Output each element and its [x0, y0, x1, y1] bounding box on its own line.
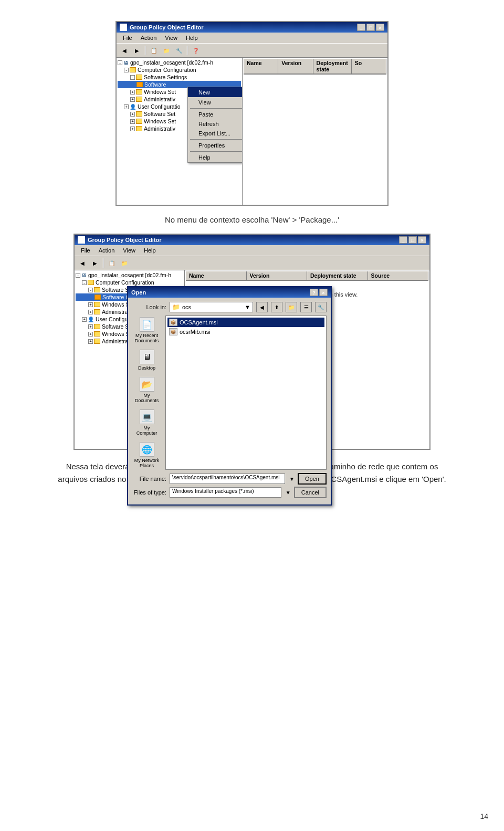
col-deploy-1: Deployment state — [313, 59, 352, 73]
context-export[interactable]: Export List... — [188, 129, 243, 138]
dialog-view-btn[interactable]: ☰ — [300, 302, 312, 312]
menu-help-2[interactable]: Help — [140, 246, 160, 255]
expand2-root[interactable]: - — [76, 273, 80, 278]
expand2-adm1[interactable]: + — [88, 310, 93, 314]
content-header-1: Name Version Deployment state So — [244, 59, 386, 75]
window-title-1: Group Policy Object Editor — [130, 24, 204, 30]
menu-view-1[interactable]: View — [161, 34, 182, 42]
expand2-sw[interactable]: - — [88, 288, 93, 292]
maximize-btn-1[interactable]: □ — [366, 24, 375, 31]
close-btn-1[interactable]: × — [376, 24, 384, 31]
menu-help-1[interactable]: Help — [182, 34, 202, 42]
dialog-tools-btn[interactable]: 🔧 — [315, 302, 327, 312]
back-btn-2[interactable]: ◀ — [77, 258, 88, 268]
titlebar-controls-2: _ □ × — [399, 236, 426, 244]
window-titlebar-2: 🖥 Group Policy Object Editor _ □ × — [75, 235, 429, 245]
left-documents[interactable]: 📂 My Documents — [132, 375, 161, 405]
forward-btn[interactable]: ▶ — [131, 45, 143, 56]
paste-btn[interactable]: 📁 — [161, 45, 172, 56]
expand-cc[interactable]: - — [124, 68, 129, 72]
properties-btn[interactable]: 🔧 — [173, 45, 185, 56]
menu-view-2[interactable]: View — [119, 246, 140, 255]
annotation-1: No menu de contexto escolha 'New' > 'Pac… — [42, 215, 462, 224]
expand-sw2[interactable]: + — [130, 112, 135, 117]
close-btn-2[interactable]: × — [418, 236, 426, 244]
context-help[interactable]: Help — [188, 153, 243, 162]
back-btn[interactable]: ◀ — [119, 45, 130, 56]
paste-btn-2[interactable]: 📁 — [119, 258, 130, 268]
tree-sw-settings[interactable]: - Software Settings — [118, 73, 241, 81]
context-new[interactable]: New ▶ — [188, 87, 243, 97]
left-computer[interactable]: 💻 My Computer — [132, 408, 161, 437]
expand-ws1[interactable]: + — [130, 90, 135, 94]
window-title-2: Group Policy Object Editor — [88, 237, 162, 243]
forward-btn-2[interactable]: ▶ — [89, 258, 101, 268]
left-network[interactable]: 🌐 My Network Places — [132, 440, 161, 470]
copy-btn-2[interactable]: 📋 — [106, 258, 118, 268]
expand2-ws1[interactable]: + — [88, 302, 93, 307]
dialog-close-btn[interactable]: × — [319, 289, 328, 296]
files-of-type-input[interactable]: Windows Installer packages (*.msi) — [170, 487, 281, 498]
expand2-cc[interactable]: - — [82, 280, 87, 285]
context-refresh[interactable]: Refresh — [188, 119, 243, 129]
cancel-button[interactable]: Cancel — [294, 487, 327, 498]
expand-root[interactable]: - — [118, 60, 122, 65]
menu-bar-1: File Action View Help — [117, 33, 387, 44]
minimize-btn-2[interactable]: _ — [399, 236, 407, 244]
expand-ws2[interactable]: + — [130, 119, 135, 124]
context-paste[interactable]: Paste — [188, 110, 243, 119]
menu-action-1[interactable]: Action — [136, 34, 161, 42]
expand2-sw2[interactable]: + — [88, 324, 93, 329]
tree-pane-1: - 🖥 gpo_instalar_ocsagent [dc02.fm-h - C… — [117, 58, 243, 205]
file-item-ocsagent[interactable]: 📦 OCSAgent.msi — [167, 318, 324, 327]
tree-computer-config[interactable]: - Computer Configuration — [118, 66, 241, 73]
dialog-content: Look in: 📁 ocs ▼ ◀ ⬆ 📁 ☰ 🔧 — [128, 298, 331, 504]
computer-icon-2: 💻 — [140, 409, 154, 424]
recent-label: My Recent Documents — [134, 333, 160, 343]
dialog-question-btn[interactable]: ? — [310, 289, 318, 296]
tree-sw2-label: Software Set — [144, 111, 175, 117]
screenshot1-window: 🖥 Group Policy Object Editor _ □ × File … — [116, 21, 388, 206]
tree2-cc[interactable]: - Computer Configuration — [76, 279, 183, 286]
menu-file-2[interactable]: File — [77, 246, 94, 255]
context-export-label: Export List... — [198, 130, 230, 136]
expand-adm1[interactable]: + — [130, 97, 135, 102]
dialog-back-btn[interactable]: ◀ — [256, 302, 268, 312]
folder-icon-swi — [136, 82, 143, 87]
folder2-ws1 — [94, 302, 100, 307]
dialog-up-btn[interactable]: ⬆ — [271, 302, 282, 312]
network-icon: 🌐 — [140, 442, 154, 457]
folder2-adm1 — [94, 309, 100, 314]
file-icon-2: 📦 — [169, 328, 177, 335]
screenshot2-window: 🖥 Group Policy Object Editor _ □ × File … — [74, 234, 430, 450]
left-desktop[interactable]: 🖥 Desktop — [132, 348, 161, 372]
expand-sw[interactable]: - — [130, 75, 135, 80]
context-refresh-label: Refresh — [198, 121, 219, 127]
expand-uc[interactable]: + — [124, 104, 129, 109]
context-sep-2 — [190, 139, 243, 140]
maximize-btn-2[interactable]: □ — [408, 236, 417, 244]
left-recent[interactable]: 📄 My Recent Documents — [132, 315, 161, 345]
context-help-label: Help — [198, 154, 211, 161]
file-item-ocsrmib[interactable]: 📦 ocsrMib.msi — [167, 327, 324, 336]
dialog-new-folder-btn[interactable]: 📁 — [286, 302, 297, 312]
file-icon-1: 📦 — [169, 319, 177, 326]
tree-cc-label: Computer Configuration — [138, 67, 196, 73]
context-view[interactable]: View ▶ — [188, 97, 243, 107]
file-name-input[interactable]: \servidor\ocspartilhamento\ocs\OCSAgent.… — [170, 474, 285, 484]
minimize-btn-1[interactable]: _ — [357, 24, 365, 31]
expand2-uc[interactable]: + — [82, 317, 87, 322]
tree2-root[interactable]: - 🖥 gpo_instalar_ocsagent [dc02.fm-h — [76, 271, 183, 279]
expand2-adm2[interactable]: + — [88, 339, 93, 344]
help-btn[interactable]: ❓ — [190, 45, 202, 56]
tree-root[interactable]: - 🖥 gpo_instalar_ocsagent [dc02.fm-h — [118, 59, 241, 66]
expand-adm2[interactable]: + — [130, 127, 135, 131]
copy-btn[interactable]: 📋 — [148, 45, 160, 56]
look-in-input[interactable]: 📁 ocs ▼ — [170, 302, 253, 312]
menu-action-2[interactable]: Action — [94, 246, 119, 255]
expand2-ws2[interactable]: + — [88, 332, 93, 336]
file-name-value: \servidor\ocspartilhamento\ocs\OCSAgent.… — [172, 475, 280, 480]
open-button[interactable]: Open — [298, 473, 327, 485]
menu-file-1[interactable]: File — [119, 34, 136, 42]
context-properties[interactable]: Properties — [188, 141, 243, 150]
